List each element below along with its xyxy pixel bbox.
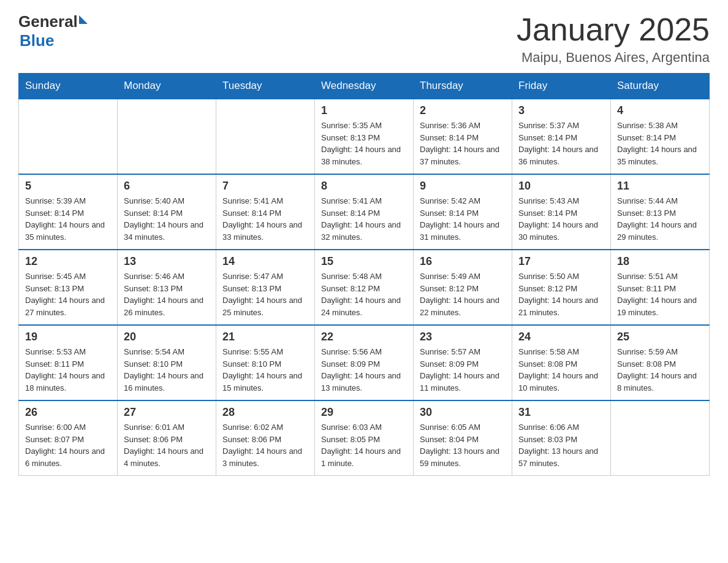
day-info: Sunrise: 5:53 AMSunset: 8:11 PMDaylight:…	[25, 346, 111, 394]
day-info: Sunrise: 5:38 AMSunset: 8:14 PMDaylight:…	[617, 120, 703, 167]
logo-general: General	[18, 12, 78, 31]
day-number: 11	[617, 180, 703, 193]
day-number: 13	[124, 255, 210, 268]
day-info: Sunrise: 6:06 AMSunset: 8:03 PMDaylight:…	[518, 421, 604, 469]
day-info: Sunrise: 6:03 AMSunset: 8:05 PMDaylight:…	[321, 421, 407, 469]
calendar-cell	[118, 99, 216, 174]
calendar-cell: 1Sunrise: 5:35 AMSunset: 8:13 PMDaylight…	[315, 99, 414, 174]
day-info: Sunrise: 5:49 AMSunset: 8:12 PMDaylight:…	[420, 270, 506, 318]
day-info: Sunrise: 5:56 AMSunset: 8:09 PMDaylight:…	[321, 346, 407, 394]
day-info: Sunrise: 5:37 AMSunset: 8:14 PMDaylight:…	[518, 120, 604, 167]
day-info: Sunrise: 5:45 AMSunset: 8:13 PMDaylight:…	[25, 270, 111, 318]
day-info: Sunrise: 6:00 AMSunset: 8:07 PMDaylight:…	[25, 421, 111, 469]
day-number: 14	[222, 255, 308, 268]
day-number: 24	[518, 331, 604, 343]
calendar-cell: 28Sunrise: 6:02 AMSunset: 8:06 PMDayligh…	[216, 400, 315, 476]
calendar-cell: 5Sunrise: 5:39 AMSunset: 8:14 PMDaylight…	[19, 174, 118, 250]
day-info: Sunrise: 6:01 AMSunset: 8:06 PMDaylight:…	[124, 421, 210, 469]
day-info: Sunrise: 5:58 AMSunset: 8:08 PMDaylight:…	[518, 346, 604, 394]
weekday-header-tuesday: Tuesday	[216, 74, 315, 99]
day-info: Sunrise: 5:54 AMSunset: 8:10 PMDaylight:…	[124, 346, 210, 394]
calendar-week-row: 5Sunrise: 5:39 AMSunset: 8:14 PMDaylight…	[19, 174, 710, 250]
day-info: Sunrise: 5:50 AMSunset: 8:12 PMDaylight:…	[518, 270, 604, 318]
calendar-cell: 9Sunrise: 5:42 AMSunset: 8:14 PMDaylight…	[414, 174, 512, 250]
day-info: Sunrise: 6:05 AMSunset: 8:04 PMDaylight:…	[420, 421, 506, 469]
logo: General Blue	[18, 12, 88, 50]
day-number: 10	[518, 180, 604, 193]
day-info: Sunrise: 5:39 AMSunset: 8:14 PMDaylight:…	[25, 195, 111, 243]
day-number: 29	[321, 406, 407, 419]
day-info: Sunrise: 5:46 AMSunset: 8:13 PMDaylight:…	[124, 270, 210, 318]
calendar-cell: 20Sunrise: 5:54 AMSunset: 8:10 PMDayligh…	[118, 325, 216, 400]
calendar-title: January 2025	[517, 12, 710, 47]
day-number: 19	[25, 331, 111, 343]
day-number: 21	[222, 331, 308, 343]
day-number: 18	[617, 255, 703, 268]
calendar-cell: 27Sunrise: 6:01 AMSunset: 8:06 PMDayligh…	[118, 400, 216, 476]
day-number: 3	[518, 104, 604, 117]
calendar-cell: 16Sunrise: 5:49 AMSunset: 8:12 PMDayligh…	[414, 250, 512, 325]
calendar-cell: 30Sunrise: 6:05 AMSunset: 8:04 PMDayligh…	[414, 400, 512, 476]
calendar-cell: 18Sunrise: 5:51 AMSunset: 8:11 PMDayligh…	[611, 250, 710, 325]
calendar-cell: 3Sunrise: 5:37 AMSunset: 8:14 PMDaylight…	[512, 99, 611, 174]
day-info: Sunrise: 5:35 AMSunset: 8:13 PMDaylight:…	[321, 120, 407, 167]
day-number: 4	[617, 104, 703, 117]
calendar-cell: 14Sunrise: 5:47 AMSunset: 8:13 PMDayligh…	[216, 250, 315, 325]
calendar-cell: 11Sunrise: 5:44 AMSunset: 8:13 PMDayligh…	[611, 174, 710, 250]
logo-blue: Blue	[20, 31, 54, 50]
day-number: 31	[518, 406, 604, 419]
calendar-week-row: 19Sunrise: 5:53 AMSunset: 8:11 PMDayligh…	[19, 325, 710, 400]
calendar-cell: 23Sunrise: 5:57 AMSunset: 8:09 PMDayligh…	[414, 325, 512, 400]
calendar-cell: 8Sunrise: 5:41 AMSunset: 8:14 PMDaylight…	[315, 174, 414, 250]
calendar-cell: 4Sunrise: 5:38 AMSunset: 8:14 PMDaylight…	[611, 99, 710, 174]
day-number: 15	[321, 255, 407, 268]
day-number: 8	[321, 180, 407, 193]
calendar-week-row: 1Sunrise: 5:35 AMSunset: 8:13 PMDaylight…	[19, 99, 710, 174]
day-number: 26	[25, 406, 111, 419]
day-number: 12	[25, 255, 111, 268]
calendar-cell: 15Sunrise: 5:48 AMSunset: 8:12 PMDayligh…	[315, 250, 414, 325]
page-header: General Blue January 2025 Maipu, Buenos …	[18, 12, 710, 66]
calendar-table: SundayMondayTuesdayWednesdayThursdayFrid…	[18, 73, 710, 476]
calendar-header: SundayMondayTuesdayWednesdayThursdayFrid…	[19, 74, 710, 99]
day-info: Sunrise: 5:41 AMSunset: 8:14 PMDaylight:…	[321, 195, 407, 243]
calendar-cell	[611, 400, 710, 476]
calendar-cell: 7Sunrise: 5:41 AMSunset: 8:14 PMDaylight…	[216, 174, 315, 250]
calendar-week-row: 12Sunrise: 5:45 AMSunset: 8:13 PMDayligh…	[19, 250, 710, 325]
day-info: Sunrise: 6:02 AMSunset: 8:06 PMDaylight:…	[222, 421, 308, 469]
calendar-cell: 13Sunrise: 5:46 AMSunset: 8:13 PMDayligh…	[118, 250, 216, 325]
day-info: Sunrise: 5:43 AMSunset: 8:14 PMDaylight:…	[518, 195, 604, 243]
day-number: 25	[617, 331, 703, 343]
calendar-cell	[216, 99, 315, 174]
weekday-header-saturday: Saturday	[611, 74, 710, 99]
day-number: 6	[124, 180, 210, 193]
calendar-cell: 31Sunrise: 6:06 AMSunset: 8:03 PMDayligh…	[512, 400, 611, 476]
day-number: 1	[321, 104, 407, 117]
calendar-cell: 22Sunrise: 5:56 AMSunset: 8:09 PMDayligh…	[315, 325, 414, 400]
day-info: Sunrise: 5:44 AMSunset: 8:13 PMDaylight:…	[617, 195, 703, 243]
calendar-cell: 2Sunrise: 5:36 AMSunset: 8:14 PMDaylight…	[414, 99, 512, 174]
day-number: 23	[420, 331, 506, 343]
calendar-week-row: 26Sunrise: 6:00 AMSunset: 8:07 PMDayligh…	[19, 400, 710, 476]
weekday-header-row: SundayMondayTuesdayWednesdayThursdayFrid…	[19, 74, 710, 99]
calendar-cell: 21Sunrise: 5:55 AMSunset: 8:10 PMDayligh…	[216, 325, 315, 400]
weekday-header-wednesday: Wednesday	[315, 74, 414, 99]
calendar-cell: 6Sunrise: 5:40 AMSunset: 8:14 PMDaylight…	[118, 174, 216, 250]
calendar-cell	[19, 99, 118, 174]
calendar-cell: 10Sunrise: 5:43 AMSunset: 8:14 PMDayligh…	[512, 174, 611, 250]
day-info: Sunrise: 5:51 AMSunset: 8:11 PMDaylight:…	[617, 270, 703, 318]
weekday-header-thursday: Thursday	[414, 74, 512, 99]
day-number: 20	[124, 331, 210, 343]
weekday-header-sunday: Sunday	[19, 74, 118, 99]
day-info: Sunrise: 5:47 AMSunset: 8:13 PMDaylight:…	[222, 270, 308, 318]
day-info: Sunrise: 5:48 AMSunset: 8:12 PMDaylight:…	[321, 270, 407, 318]
calendar-cell: 19Sunrise: 5:53 AMSunset: 8:11 PMDayligh…	[19, 325, 118, 400]
day-number: 7	[222, 180, 308, 193]
day-info: Sunrise: 5:57 AMSunset: 8:09 PMDaylight:…	[420, 346, 506, 394]
day-number: 28	[222, 406, 308, 419]
day-info: Sunrise: 5:36 AMSunset: 8:14 PMDaylight:…	[420, 120, 506, 167]
day-number: 16	[420, 255, 506, 268]
logo-triangle-icon	[79, 15, 88, 24]
day-info: Sunrise: 5:59 AMSunset: 8:08 PMDaylight:…	[617, 346, 703, 394]
day-number: 22	[321, 331, 407, 343]
